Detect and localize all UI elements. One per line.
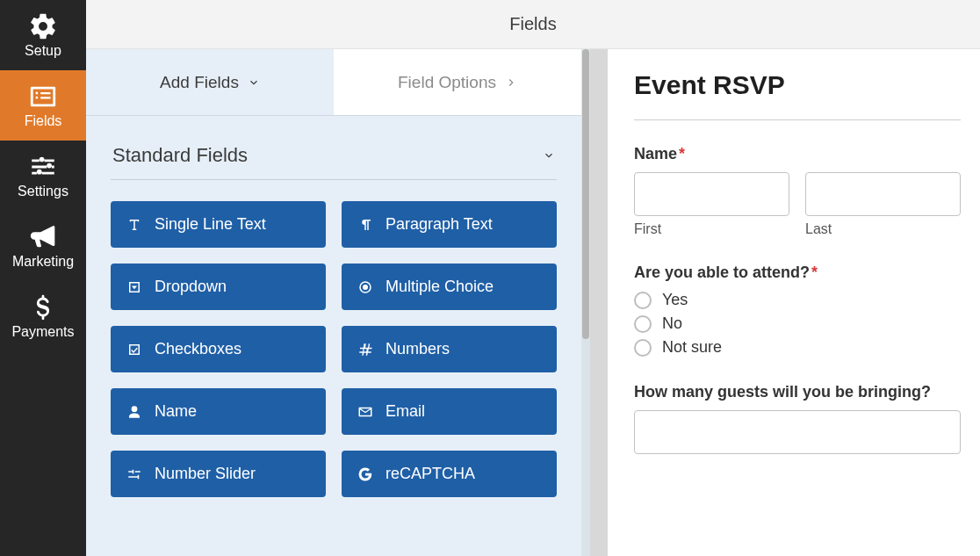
paragraph-icon	[357, 217, 373, 233]
rail-settings[interactable]: Settings	[0, 141, 86, 211]
radio-icon	[634, 339, 652, 357]
field-number-slider[interactable]: Number Slider	[111, 451, 326, 497]
field-label-name: Name*	[634, 145, 961, 163]
user-icon	[126, 404, 142, 420]
section-standard-fields[interactable]: Standard Fields	[111, 137, 557, 180]
rail-payments[interactable]: Payments	[0, 281, 86, 351]
bullhorn-icon	[28, 222, 58, 252]
radio-label: No	[662, 314, 682, 333]
field-multiple-choice[interactable]: Multiple Choice	[342, 264, 557, 310]
chevron-right-icon	[505, 76, 517, 89]
field-checkboxes[interactable]: Checkboxes	[111, 326, 326, 372]
divider-line	[634, 119, 961, 120]
sliders-icon	[126, 466, 142, 482]
envelope-icon	[357, 404, 373, 420]
field-numbers[interactable]: Numbers	[342, 326, 557, 372]
chevron-down-icon	[543, 149, 555, 162]
rail-label-payments: Payments	[11, 324, 74, 340]
radio-icon	[357, 279, 373, 295]
field-dropdown[interactable]: Dropdown	[111, 264, 326, 310]
radio-option-no[interactable]: No	[634, 314, 961, 333]
dropdown-icon	[126, 279, 142, 295]
field-preview-guests[interactable]: How many guests will you be bringing?	[634, 383, 961, 454]
field-label: Paragraph Text	[386, 215, 493, 234]
rail-label-fields: Fields	[25, 113, 62, 129]
scrollbar-thumb[interactable]	[582, 49, 589, 339]
pane-divider[interactable]	[590, 49, 608, 556]
rail-setup[interactable]: Setup	[0, 0, 86, 70]
last-name-input[interactable]	[805, 172, 961, 216]
required-asterisk: *	[811, 264, 818, 281]
field-label: Dropdown	[155, 278, 227, 296]
field-paragraph-text[interactable]: Paragraph Text	[342, 201, 557, 248]
tab-add-fields[interactable]: Add Fields	[86, 49, 334, 115]
field-preview-name[interactable]: Name* First Last	[634, 145, 961, 237]
field-recaptcha[interactable]: reCAPTCHA	[342, 451, 557, 497]
field-label: Numbers	[386, 340, 450, 358]
hash-icon	[357, 342, 373, 357]
form-title: Event RSVP	[634, 70, 961, 100]
checkbox-icon	[126, 342, 142, 357]
field-label: reCAPTCHA	[386, 465, 475, 483]
tab-label-add-fields: Add Fields	[160, 73, 239, 92]
rail-label-setup: Setup	[25, 43, 61, 59]
field-label: Multiple Choice	[386, 278, 494, 296]
tab-label-field-options: Field Options	[398, 73, 496, 92]
field-label-guests: How many guests will you be bringing?	[634, 383, 961, 401]
radio-option-yes[interactable]: Yes	[634, 291, 961, 309]
radio-option-not-sure[interactable]: Not sure	[634, 338, 961, 357]
rail-fields[interactable]: Fields	[0, 70, 86, 141]
rail-label-marketing: Marketing	[12, 254, 74, 270]
gear-icon	[28, 11, 58, 41]
google-g-icon	[357, 466, 373, 482]
last-name-sublabel: Last	[805, 221, 961, 237]
panel-header: Fields	[86, 0, 980, 49]
radio-icon	[634, 292, 652, 309]
text-cursor-icon	[126, 217, 142, 233]
field-single-line-text[interactable]: Single Line Text	[111, 201, 326, 248]
section-title: Standard Fields	[112, 144, 248, 167]
field-name[interactable]: Name	[111, 388, 326, 435]
rail-label-settings: Settings	[18, 184, 68, 199]
field-preview-attend[interactable]: Are you able to attend?* Yes No Not sure	[634, 264, 961, 357]
first-name-sublabel: First	[634, 221, 789, 237]
sliders-icon	[28, 152, 58, 182]
field-label: Checkboxes	[155, 340, 241, 358]
dollar-icon	[28, 292, 58, 322]
rail-marketing[interactable]: Marketing	[0, 211, 86, 281]
guests-input[interactable]	[634, 410, 961, 454]
field-label: Number Slider	[155, 465, 256, 483]
field-label-attend: Are you able to attend?*	[634, 264, 961, 282]
form-preview: Event RSVP Name* First Last	[608, 49, 980, 556]
radio-label: Not sure	[662, 338, 722, 357]
field-label: Name	[155, 402, 197, 421]
field-label: Single Line Text	[155, 215, 266, 234]
field-label: Email	[386, 402, 425, 421]
left-pane-scrollbar[interactable]	[581, 49, 590, 556]
first-name-input[interactable]	[634, 172, 789, 216]
required-asterisk: *	[679, 145, 685, 162]
radio-icon	[634, 315, 652, 333]
sidebar-rail: Setup Fields Settings Marketing Payments	[0, 0, 86, 556]
field-email[interactable]: Email	[342, 388, 557, 435]
chevron-down-icon	[248, 76, 260, 89]
tab-field-options[interactable]: Field Options	[334, 49, 581, 115]
radio-label: Yes	[662, 291, 688, 309]
panel-title: Fields	[509, 14, 556, 34]
list-icon	[28, 82, 58, 112]
